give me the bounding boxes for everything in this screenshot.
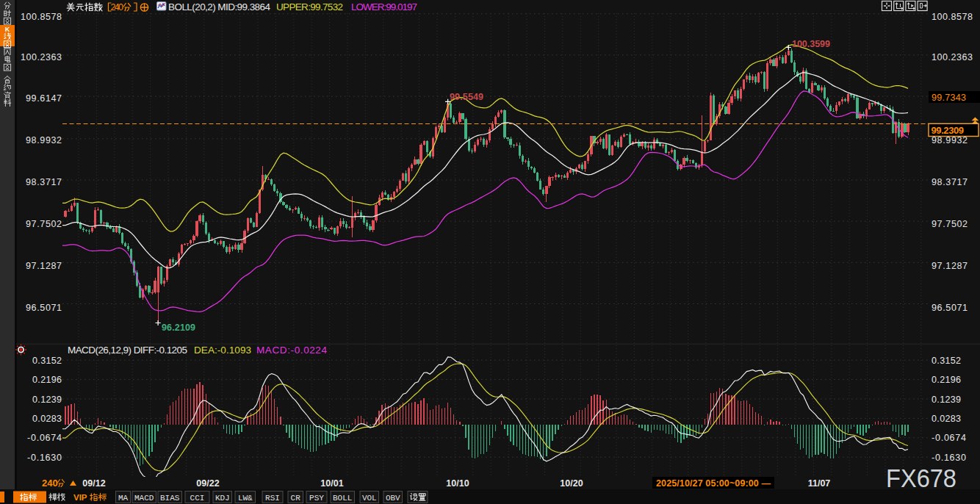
svg-text:97.1287: 97.1287 <box>26 261 62 271</box>
svg-text:VIP: VIP <box>73 493 87 502</box>
svg-text:-0.0674: -0.0674 <box>932 433 966 443</box>
svg-text:K: K <box>5 26 10 33</box>
svg-text:96.5071: 96.5071 <box>26 303 62 313</box>
svg-text:KDJ: KDJ <box>215 494 230 503</box>
svg-text:MACD(26,12,9) DIFF:-0.1205: MACD(26,12,9) DIFF:-0.1205 <box>68 345 187 356</box>
svg-text:MA: MA <box>118 494 129 503</box>
svg-text:98.3717: 98.3717 <box>26 177 62 187</box>
svg-text:-0.0674: -0.0674 <box>27 433 62 443</box>
svg-text:CCI: CCI <box>190 494 205 503</box>
svg-text:0.1239: 0.1239 <box>32 395 62 405</box>
svg-text:99.2309: 99.2309 <box>932 125 965 136</box>
svg-text:0.3152: 0.3152 <box>32 356 62 366</box>
svg-text:0.0283: 0.0283 <box>32 414 62 424</box>
svg-text:0.1239: 0.1239 <box>932 395 961 405</box>
svg-text:240: 240 <box>42 478 58 489</box>
svg-text:UPPER:99.7532: UPPER:99.7532 <box>276 1 343 12</box>
svg-text:09/22: 09/22 <box>196 478 219 489</box>
svg-text:10/01: 10/01 <box>320 478 343 489</box>
svg-text:99.6147: 99.6147 <box>26 93 62 104</box>
svg-text:240: 240 <box>111 2 124 12</box>
svg-text:-0.1630: -0.1630 <box>27 453 62 463</box>
svg-text:10/10: 10/10 <box>446 478 469 489</box>
svg-text:97.7502: 97.7502 <box>26 219 62 229</box>
svg-text:96.5071: 96.5071 <box>932 303 968 313</box>
svg-text:VOL: VOL <box>362 494 377 503</box>
svg-text:98.3717: 98.3717 <box>932 177 968 187</box>
svg-text:97.7502: 97.7502 <box>932 219 968 229</box>
svg-text:OBV: OBV <box>386 494 400 503</box>
svg-text:MACD: MACD <box>134 494 154 503</box>
svg-text:PSY: PSY <box>309 494 324 503</box>
svg-text:100.3599: 100.3599 <box>792 39 830 49</box>
svg-text:0.2196: 0.2196 <box>932 375 961 385</box>
svg-text:98.9932: 98.9932 <box>26 135 62 145</box>
svg-text:97.1287: 97.1287 <box>932 261 968 271</box>
svg-text:10/20: 10/20 <box>560 478 583 489</box>
svg-text:09/12: 09/12 <box>82 478 105 489</box>
svg-text:RSI: RSI <box>265 494 280 503</box>
svg-text:11/07: 11/07 <box>808 478 831 489</box>
svg-text:CR: CR <box>291 494 301 503</box>
svg-text:BOLL: BOLL <box>333 494 352 503</box>
svg-text:DEA:-0.1093: DEA:-0.1093 <box>194 345 251 356</box>
svg-text:0.0283: 0.0283 <box>932 414 961 424</box>
svg-text:LW&: LW& <box>238 494 253 503</box>
svg-text:2025/10/27 05:00~09:00 —: 2025/10/27 05:00~09:00 — <box>656 478 771 489</box>
svg-text:BIAS: BIAS <box>160 494 180 503</box>
svg-text:100.2363: 100.2363 <box>932 52 973 62</box>
svg-text:100.8578: 100.8578 <box>21 12 62 22</box>
svg-text:96.2109: 96.2109 <box>162 323 195 333</box>
svg-text:100.2363: 100.2363 <box>21 52 62 62</box>
svg-text:100.8578: 100.8578 <box>932 12 973 22</box>
svg-text:99.7343: 99.7343 <box>932 93 966 103</box>
svg-text:0.3152: 0.3152 <box>932 356 961 366</box>
svg-text:FX678: FX678 <box>886 464 956 492</box>
svg-text:MACD:-0.0224: MACD:-0.0224 <box>256 345 327 356</box>
svg-text:-0.1630: -0.1630 <box>932 453 966 463</box>
svg-text:LOWER:99.0197: LOWER:99.0197 <box>351 1 417 12</box>
svg-text:0.2196: 0.2196 <box>32 375 62 385</box>
svg-text:99.5549: 99.5549 <box>450 92 483 102</box>
svg-text:BOLL(20,2) MID:99.3864: BOLL(20,2) MID:99.3864 <box>168 1 270 12</box>
